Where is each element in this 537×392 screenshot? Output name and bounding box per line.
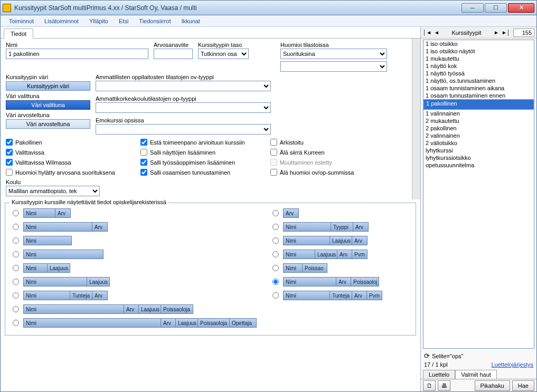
amm-select[interactable] xyxy=(96,81,271,91)
huomioi-select-2[interactable] xyxy=(280,61,387,72)
layout-segment: Poissaoloj xyxy=(351,278,379,286)
layout-radio[interactable] xyxy=(272,265,279,271)
vari-button[interactable]: Kurssityypin väri xyxy=(6,81,90,91)
list-item[interactable]: 1 osaam tunnistaminen aikana xyxy=(423,84,534,92)
list-item[interactable]: 2 mukautettu xyxy=(423,117,534,125)
variarvosteltuna-button[interactable]: Väri arvosteltuna xyxy=(6,119,90,129)
nimi-input[interactable] xyxy=(6,49,148,59)
check-salli-n-ytt-jen-lis-minen[interactable]: Salli näyttöjen lisääminen xyxy=(140,149,245,156)
layout-segment: Laajuus xyxy=(48,264,70,272)
check--l-huomioi-ov-op-summissa[interactable]: Älä huomioi ov/op-summissa xyxy=(270,169,354,176)
checkbox[interactable] xyxy=(6,149,13,156)
layout-radio[interactable] xyxy=(13,265,19,271)
list-item[interactable]: 1 näyttö kok xyxy=(423,62,534,70)
layout-radio[interactable] xyxy=(272,251,279,257)
layout-segment: Nimi xyxy=(24,236,71,245)
minimize-button[interactable]: ─ xyxy=(461,3,484,13)
check--l-siirr-kurreen[interactable]: Älä siirrä Kurreen xyxy=(270,149,354,156)
check-huomioi-hyl-tty-arvosana-suorituksena[interactable]: Huomioi hylätty arvosana suorituksena xyxy=(6,169,115,176)
nav-prev-icon[interactable]: ◄ xyxy=(432,28,441,37)
layout-radio[interactable] xyxy=(13,306,19,312)
varivalittuna-button[interactable]: Väri valittuna xyxy=(6,100,90,110)
check-est-toimeenpano-arvioituun-kurssiin[interactable]: Estä toimeenpano arvioituun kurssiin xyxy=(140,139,245,146)
pikahaku-button[interactable]: Pikahaku xyxy=(475,380,510,391)
layout-radio[interactable] xyxy=(13,251,19,257)
layout-row: NimiLaajuusArv xyxy=(272,236,382,245)
list-item[interactable]: 1 näyttö, os.tunnustaminen xyxy=(423,77,534,84)
layout-radio[interactable] xyxy=(272,237,279,244)
list-item[interactable]: 1 iso otsikko xyxy=(423,40,534,47)
layout-radio[interactable] xyxy=(13,237,19,244)
nav-last-icon[interactable]: ►│ xyxy=(502,28,510,37)
form-scrollbar[interactable] xyxy=(412,39,420,199)
check-salli-osaamisen-tunnustaminen[interactable]: Salli osaamisen tunnustaminen xyxy=(140,169,245,176)
emo-select[interactable] xyxy=(96,124,271,135)
layout-radio[interactable] xyxy=(272,292,279,299)
checkbox[interactable] xyxy=(140,169,147,176)
tab-tiedot[interactable]: Tiedot xyxy=(4,28,33,39)
nav-next-icon[interactable]: ► xyxy=(492,28,501,37)
check-valittavissa[interactable]: Valittavissa xyxy=(6,149,115,156)
maximize-button[interactable]: ☐ xyxy=(485,3,507,13)
list-item[interactable]: 2 valinnainen xyxy=(423,132,534,139)
layout-segment: Poissaoloja xyxy=(198,319,230,327)
list-item[interactable]: 1 osaam tunnustaminen ennen xyxy=(423,92,534,99)
layout-segment: Nimi xyxy=(24,305,124,313)
layout-radio[interactable] xyxy=(272,224,279,230)
checkbox[interactable] xyxy=(140,139,147,146)
list-item[interactable]: 1 pakollinen xyxy=(423,99,534,110)
refresh-icon[interactable] xyxy=(424,352,430,360)
nav-first-icon[interactable]: │◄ xyxy=(423,28,431,37)
menu-tiedonsiirrot[interactable]: Tiedonsiirrot xyxy=(135,17,175,25)
layout-radio[interactable] xyxy=(13,210,19,216)
layout-segment: Arv xyxy=(336,278,351,286)
check-salli-ty-ss-oppimisen-lis-minen[interactable]: Salli työssäoppimisen lisääminen xyxy=(140,159,245,166)
amk-select[interactable] xyxy=(96,102,271,113)
checkbox[interactable] xyxy=(6,169,13,176)
layout-radio[interactable] xyxy=(13,320,19,326)
menu-yllapito[interactable]: Ylläpito xyxy=(85,17,112,25)
layout-radio[interactable] xyxy=(272,210,279,216)
tab-luettelo[interactable]: Luettelo xyxy=(423,370,455,379)
print-button[interactable]: 🖶 xyxy=(438,380,450,391)
layout-radio[interactable] xyxy=(13,279,19,285)
list-item[interactable]: 1 iso otsikko näytöt xyxy=(423,47,534,55)
list-item[interactable]: 1 valinnainen xyxy=(423,110,534,117)
arvosanaviite-input[interactable] xyxy=(154,49,193,59)
check-arkistoitu[interactable]: Arkistoitu xyxy=(270,139,354,146)
list-item[interactable]: 1 näyttö työssä xyxy=(423,70,534,77)
tab-valmiit[interactable]: Valmiit haut xyxy=(455,370,497,379)
menu-ikkunat[interactable]: Ikkunat xyxy=(177,17,204,25)
hae-button[interactable]: Hae xyxy=(512,380,534,391)
checkbox[interactable] xyxy=(140,159,147,166)
checkbox[interactable] xyxy=(140,149,147,156)
checkbox[interactable] xyxy=(270,139,277,146)
list-item[interactable]: lyhytkurssiotsikko xyxy=(423,154,534,161)
layout-radio[interactable] xyxy=(13,292,19,299)
list-item[interactable]: 1 mukautettu xyxy=(423,55,534,62)
count-text: 17 / 1 kpl xyxy=(424,361,448,368)
list-item[interactable]: opetussuunnitelma xyxy=(423,161,534,169)
huomioi-select[interactable]: Suorituksina xyxy=(280,49,387,59)
list-item[interactable]: lyhytkurssi xyxy=(423,147,534,154)
list-item[interactable]: 2 väliotsikko xyxy=(423,139,534,147)
koulu-select[interactable]: Mallilan ammattiopisto, tek xyxy=(6,186,100,196)
type-listbox[interactable]: 1 iso otsikko1 iso otsikko näytöt1 mukau… xyxy=(423,40,534,349)
check-valittavissa-wilmassa[interactable]: Valittavissa Wilmassa xyxy=(6,159,115,166)
menu-toiminnot[interactable]: Toiminnot xyxy=(5,17,38,25)
checkbox[interactable] xyxy=(6,139,13,146)
menu-lisatoiminnot[interactable]: Lisätoiminnot xyxy=(40,17,83,25)
close-button[interactable]: ✕ xyxy=(508,3,534,13)
layout-radio[interactable] xyxy=(13,224,19,230)
checkbox[interactable] xyxy=(270,169,277,176)
list-item[interactable]: 2 pakollinen xyxy=(423,125,534,132)
checkbox[interactable] xyxy=(6,159,13,166)
layout-radio[interactable] xyxy=(272,279,279,285)
check-pakollinen[interactable]: Pakollinen xyxy=(6,139,115,146)
new-button[interactable]: 🗋 xyxy=(423,380,436,391)
checkbox[interactable] xyxy=(270,149,277,156)
sort-link[interactable]: Luettelojärjestys xyxy=(492,361,534,368)
taso-label: Kurssityypin taso xyxy=(198,42,249,48)
taso-select[interactable]: Tutkinnon osa xyxy=(198,49,249,59)
menu-etsi[interactable]: Etsi xyxy=(115,17,133,25)
